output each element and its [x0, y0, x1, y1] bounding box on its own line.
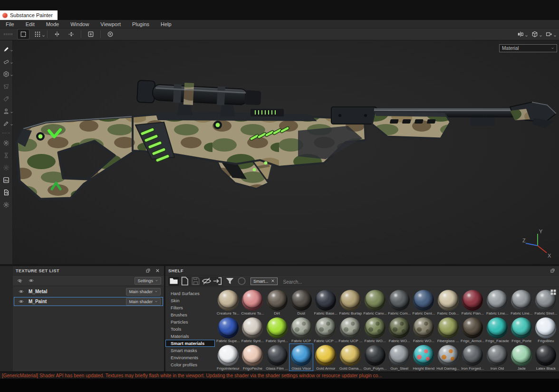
search-input[interactable] [283, 279, 556, 285]
material-item[interactable]: Gun_Polym... [363, 344, 387, 371]
menu-help[interactable]: Help [155, 21, 177, 27]
settings-dropdown[interactable]: Settings [135, 277, 161, 285]
material-item[interactable]: Fabric WO... [387, 316, 412, 344]
eye-icon[interactable] [27, 277, 35, 284]
plugin-hourglass[interactable] [1, 151, 11, 159]
shading-mode-dropdown[interactable]: Material [499, 44, 557, 52]
shader-dropdown[interactable]: Main shader [126, 288, 161, 296]
shelf-category-smart-materials[interactable]: Smart materials [165, 340, 215, 347]
shelf-category-color-profiles[interactable]: Color profiles [165, 361, 215, 368]
material-item[interactable]: Creature To... [241, 288, 265, 316]
viewport-3d[interactable]: Material Y Z X [13, 40, 559, 264]
grid-options-button[interactable] [32, 29, 43, 39]
plugin-gear-1[interactable] [1, 139, 11, 147]
smart-materials-filter-chip[interactable]: Smart... [251, 277, 278, 285]
menu-window[interactable]: Window [65, 21, 95, 27]
menu-plugins[interactable]: Plugins [126, 21, 155, 27]
plugin-gear-3[interactable] [1, 201, 11, 209]
camera-settings-button[interactable] [543, 29, 555, 39]
material-item[interactable]: Fabric Line... [510, 288, 534, 316]
folder-icon[interactable] [169, 277, 179, 286]
eraser-tool[interactable] [1, 57, 11, 66]
shelf-category-particles[interactable]: Particles [165, 318, 215, 325]
import-icon[interactable] [212, 277, 222, 286]
texture-set-row[interactable]: M_MetalMain shader [14, 287, 163, 296]
material-item[interactable]: Fabric Supe... [216, 316, 241, 344]
material-item[interactable]: Frigo_Facade [485, 316, 509, 344]
close-icon[interactable] [154, 268, 161, 274]
filter-circle-icon[interactable] [237, 277, 247, 286]
eye-refresh-icon[interactable] [16, 277, 23, 284]
material-item[interactable]: Fabric Synt... [265, 316, 289, 344]
material-item[interactable]: Dirt [265, 288, 289, 316]
paint-tool[interactable] [1, 45, 11, 53]
display-mode-button[interactable] [529, 29, 540, 39]
material-item[interactable]: Fabric WO... [412, 316, 436, 344]
material-item[interactable]: Fabric UCP ... [313, 316, 338, 344]
disable-symmetry-button[interactable] [105, 29, 116, 39]
shelf-category-environments[interactable]: Environments [165, 354, 215, 361]
eye-slash-icon[interactable] [202, 277, 212, 286]
material-item[interactable]: Fabric Synt... [241, 316, 265, 344]
material-item[interactable]: Jade [510, 344, 534, 371]
material-item[interactable]: Fabric UCP [289, 316, 313, 344]
material-item[interactable]: Iron Old [485, 344, 509, 371]
material-item[interactable]: Glass Film ... [265, 344, 289, 371]
material-item[interactable]: FrigoBleu [534, 316, 558, 344]
material-item[interactable]: Glass Visor [289, 344, 313, 371]
mirror-horizontal-button[interactable] [51, 29, 63, 39]
material-item[interactable]: Iron Forged... [460, 344, 485, 371]
shelf-category-skin[interactable]: Skin [165, 297, 215, 304]
material-item[interactable]: Fabric Dob... [436, 288, 460, 316]
material-item[interactable]: Fabric Com... [387, 288, 412, 316]
toolbar-drag-handle[interactable] [4, 33, 12, 35]
shader-dropdown[interactable]: Main shader [126, 298, 161, 306]
material-item[interactable]: Creature Te... [216, 288, 241, 316]
material-item[interactable]: Fabric Canv... [363, 288, 387, 316]
material-item[interactable]: Fabric Deni... [412, 288, 436, 316]
viewport-frame-button[interactable] [18, 29, 29, 39]
shelf-category-materials[interactable]: Materials [165, 333, 215, 340]
symmetry-settings-button[interactable] [515, 29, 526, 39]
material-item[interactable]: Latex Black [534, 344, 558, 371]
undock-icon[interactable] [144, 268, 152, 274]
material-item[interactable]: Gold Dama... [338, 344, 363, 371]
menu-viewport[interactable]: Viewport [95, 21, 126, 27]
shelf-category-hard-surfaces[interactable]: Hard Surfaces [165, 290, 215, 297]
material-item[interactable]: Fabric UCP ... [338, 316, 363, 344]
clone-tool[interactable] [1, 107, 11, 115]
shelf-category-filters[interactable]: Filters [165, 304, 215, 311]
close-icon[interactable] [271, 279, 275, 284]
frame-add-button[interactable] [85, 29, 96, 39]
projection-tool[interactable] [1, 70, 11, 78]
shelf-category-smart-masks[interactable]: Smart masks [165, 347, 215, 354]
eye-icon[interactable] [17, 298, 25, 305]
eye-icon[interactable] [17, 288, 25, 295]
filter-funnel-icon[interactable] [225, 277, 235, 286]
resource-updater-plugin[interactable] [1, 188, 11, 196]
material-item[interactable]: Fiberglass ... [436, 316, 460, 344]
plugin-gear-2[interactable] [1, 163, 11, 172]
smudge-tool[interactable] [1, 95, 11, 103]
material-item[interactable]: Height Blend [412, 344, 436, 371]
polygon-fill-tool[interactable] [1, 82, 11, 90]
grid-display-icon[interactable] [549, 288, 557, 296]
menu-mode[interactable]: Mode [40, 21, 65, 27]
shelf-category-tools[interactable]: Tools [165, 325, 215, 333]
material-item[interactable]: FrigoPeche [241, 344, 265, 371]
menu-edit[interactable]: Edit [20, 21, 40, 27]
material-item[interactable]: Fabric Flan... [460, 288, 485, 316]
material-picker-tool[interactable] [1, 119, 11, 127]
material-item[interactable]: FrigoInterieur [216, 344, 241, 371]
mirror-vertical-button[interactable] [66, 29, 77, 39]
save-icon[interactable] [191, 277, 201, 286]
material-item[interactable]: Frigo_Porte [510, 316, 534, 344]
material-item[interactable]: Gold Armor [313, 344, 338, 371]
material-item[interactable]: Fabric Line... [485, 288, 509, 316]
material-item[interactable]: Dust [289, 288, 313, 316]
shelf-category-brushes[interactable]: Brushes [165, 311, 215, 318]
material-item[interactable]: Frigo_Armoi... [460, 316, 485, 344]
material-item[interactable]: Gun_Steel [387, 344, 412, 371]
menu-file[interactable]: File [0, 21, 20, 27]
material-item[interactable]: Fabric Base... [313, 288, 338, 316]
